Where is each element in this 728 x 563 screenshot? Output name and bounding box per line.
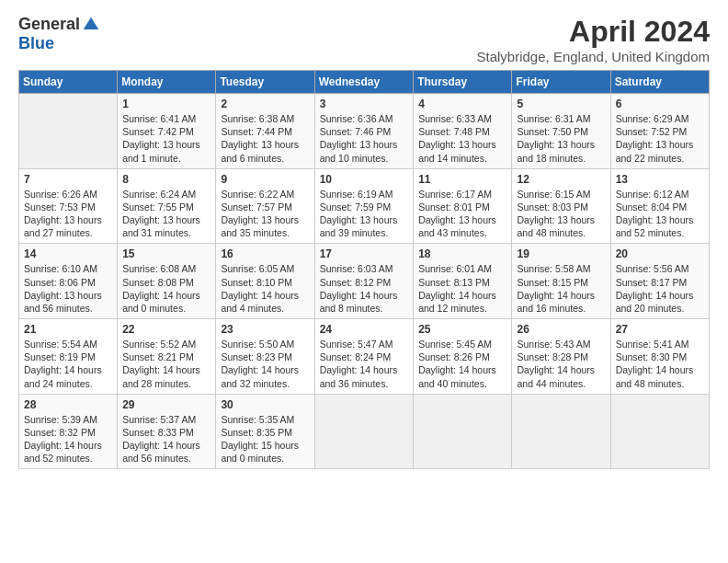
day-number: 6 [616, 98, 704, 110]
header-day-wednesday: Wednesday [314, 71, 414, 94]
calendar-cell: 23Sunrise: 5:50 AM Sunset: 8:23 PM Dayli… [216, 319, 314, 395]
day-content: Sunrise: 6:24 AM Sunset: 7:55 PM Dayligh… [122, 188, 210, 240]
day-content: Sunrise: 5:54 AM Sunset: 8:19 PM Dayligh… [24, 338, 112, 390]
logo-general-text: General [18, 15, 80, 34]
week-row-1: 1Sunrise: 6:41 AM Sunset: 7:42 PM Daylig… [19, 94, 710, 169]
calendar-cell: 8Sunrise: 6:24 AM Sunset: 7:55 PM Daylig… [118, 168, 216, 244]
calendar-cell [19, 94, 118, 169]
day-content: Sunrise: 6:31 AM Sunset: 7:50 PM Dayligh… [517, 112, 605, 165]
day-content: Sunrise: 5:39 AM Sunset: 8:32 PM Dayligh… [24, 413, 112, 465]
day-number: 10 [320, 173, 409, 186]
calendar-cell: 13Sunrise: 6:12 AM Sunset: 8:04 PM Dayli… [610, 168, 709, 244]
header-day-friday: Friday [512, 71, 610, 94]
day-number: 17 [320, 247, 409, 260]
day-number: 4 [418, 98, 506, 110]
calendar-cell: 2Sunrise: 6:38 AM Sunset: 7:44 PM Daylig… [216, 94, 314, 169]
page-header: General Blue April 2024 Stalybridge, Eng… [18, 15, 710, 64]
calendar-cell: 12Sunrise: 6:15 AM Sunset: 8:03 PM Dayli… [512, 168, 610, 244]
header-day-tuesday: Tuesday [216, 71, 314, 94]
day-content: Sunrise: 5:41 AM Sunset: 8:30 PM Dayligh… [616, 338, 704, 390]
day-number: 29 [122, 398, 210, 411]
day-number: 20 [616, 247, 704, 260]
day-content: Sunrise: 6:17 AM Sunset: 8:01 PM Dayligh… [418, 188, 506, 240]
day-content: Sunrise: 5:43 AM Sunset: 8:28 PM Dayligh… [517, 338, 605, 390]
week-row-3: 14Sunrise: 6:10 AM Sunset: 8:06 PM Dayli… [19, 244, 710, 319]
calendar-cell: 27Sunrise: 5:41 AM Sunset: 8:30 PM Dayli… [610, 319, 709, 395]
calendar-cell: 22Sunrise: 5:52 AM Sunset: 8:21 PM Dayli… [118, 319, 216, 395]
day-content: Sunrise: 6:33 AM Sunset: 7:48 PM Dayligh… [418, 112, 506, 165]
day-content: Sunrise: 5:35 AM Sunset: 8:35 PM Dayligh… [221, 413, 309, 465]
calendar-cell: 6Sunrise: 6:29 AM Sunset: 7:52 PM Daylig… [610, 94, 709, 169]
day-number: 7 [24, 173, 112, 186]
day-number: 2 [221, 98, 309, 110]
day-content: Sunrise: 5:37 AM Sunset: 8:33 PM Dayligh… [122, 413, 210, 465]
calendar-cell: 4Sunrise: 6:33 AM Sunset: 7:48 PM Daylig… [414, 94, 512, 169]
day-content: Sunrise: 5:47 AM Sunset: 8:24 PM Dayligh… [320, 338, 409, 390]
day-content: Sunrise: 5:56 AM Sunset: 8:17 PM Dayligh… [616, 262, 704, 315]
header-row: SundayMondayTuesdayWednesdayThursdayFrid… [19, 71, 710, 94]
calendar-cell: 25Sunrise: 5:45 AM Sunset: 8:26 PM Dayli… [414, 319, 512, 395]
day-number: 24 [320, 323, 409, 336]
calendar-table: SundayMondayTuesdayWednesdayThursdayFrid… [18, 70, 710, 469]
day-number: 18 [418, 247, 506, 260]
calendar-cell: 24Sunrise: 5:47 AM Sunset: 8:24 PM Dayli… [314, 319, 414, 395]
calendar-cell: 18Sunrise: 6:01 AM Sunset: 8:13 PM Dayli… [414, 244, 512, 319]
calendar-cell: 17Sunrise: 6:03 AM Sunset: 8:12 PM Dayli… [314, 244, 414, 319]
day-content: Sunrise: 6:10 AM Sunset: 8:06 PM Dayligh… [24, 262, 112, 315]
day-content: Sunrise: 5:50 AM Sunset: 8:23 PM Dayligh… [221, 338, 309, 390]
day-content: Sunrise: 5:45 AM Sunset: 8:26 PM Dayligh… [418, 338, 506, 390]
calendar-cell [512, 394, 610, 469]
day-number: 21 [24, 323, 112, 336]
day-content: Sunrise: 6:05 AM Sunset: 8:10 PM Dayligh… [221, 262, 309, 315]
week-row-2: 7Sunrise: 6:26 AM Sunset: 7:53 PM Daylig… [19, 168, 710, 244]
week-row-5: 28Sunrise: 5:39 AM Sunset: 8:32 PM Dayli… [19, 394, 710, 469]
header-day-sunday: Sunday [19, 71, 118, 94]
header-day-monday: Monday [118, 71, 216, 94]
header-day-thursday: Thursday [414, 71, 512, 94]
day-number: 8 [122, 173, 210, 186]
day-content: Sunrise: 6:36 AM Sunset: 7:46 PM Dayligh… [320, 112, 409, 165]
day-content: Sunrise: 6:26 AM Sunset: 7:53 PM Dayligh… [24, 188, 112, 240]
month-year-title: April 2024 [477, 15, 711, 49]
day-number: 9 [221, 173, 309, 186]
calendar-cell: 5Sunrise: 6:31 AM Sunset: 7:50 PM Daylig… [512, 94, 610, 169]
day-content: Sunrise: 6:38 AM Sunset: 7:44 PM Dayligh… [221, 112, 309, 165]
calendar-cell: 7Sunrise: 6:26 AM Sunset: 7:53 PM Daylig… [19, 168, 118, 244]
day-number: 28 [24, 398, 112, 411]
logo: General Blue [18, 15, 100, 53]
day-number: 22 [122, 323, 210, 336]
day-content: Sunrise: 6:29 AM Sunset: 7:52 PM Dayligh… [616, 112, 704, 165]
day-number: 27 [616, 323, 704, 336]
svg-marker-0 [84, 17, 99, 29]
calendar-cell: 19Sunrise: 5:58 AM Sunset: 8:15 PM Dayli… [512, 244, 610, 319]
day-content: Sunrise: 5:52 AM Sunset: 8:21 PM Dayligh… [122, 338, 210, 390]
day-number: 16 [221, 247, 309, 260]
calendar-cell: 3Sunrise: 6:36 AM Sunset: 7:46 PM Daylig… [314, 94, 414, 169]
day-number: 1 [122, 98, 210, 110]
calendar-cell: 14Sunrise: 6:10 AM Sunset: 8:06 PM Dayli… [19, 244, 118, 319]
week-row-4: 21Sunrise: 5:54 AM Sunset: 8:19 PM Dayli… [19, 319, 710, 395]
day-content: Sunrise: 6:12 AM Sunset: 8:04 PM Dayligh… [616, 188, 704, 240]
calendar-cell: 9Sunrise: 6:22 AM Sunset: 7:57 PM Daylig… [216, 168, 314, 244]
calendar-cell: 21Sunrise: 5:54 AM Sunset: 8:19 PM Dayli… [19, 319, 118, 395]
calendar-cell: 20Sunrise: 5:56 AM Sunset: 8:17 PM Dayli… [610, 244, 709, 319]
calendar-cell: 26Sunrise: 5:43 AM Sunset: 8:28 PM Dayli… [512, 319, 610, 395]
day-number: 3 [320, 98, 409, 110]
location-subtitle: Stalybridge, England, United Kingdom [477, 49, 711, 64]
calendar-cell: 15Sunrise: 6:08 AM Sunset: 8:08 PM Dayli… [118, 244, 216, 319]
title-block: April 2024 Stalybridge, England, United … [477, 15, 711, 64]
header-day-saturday: Saturday [610, 71, 709, 94]
calendar-cell: 28Sunrise: 5:39 AM Sunset: 8:32 PM Dayli… [19, 394, 118, 469]
calendar-cell [314, 394, 414, 469]
day-number: 12 [517, 173, 605, 186]
day-number: 26 [517, 323, 605, 336]
day-content: Sunrise: 6:22 AM Sunset: 7:57 PM Dayligh… [221, 188, 309, 240]
day-content: Sunrise: 6:19 AM Sunset: 7:59 PM Dayligh… [320, 188, 409, 240]
day-number: 11 [418, 173, 506, 186]
day-content: Sunrise: 6:08 AM Sunset: 8:08 PM Dayligh… [122, 262, 210, 315]
day-number: 14 [24, 247, 112, 260]
day-number: 30 [221, 398, 309, 411]
day-content: Sunrise: 6:01 AM Sunset: 8:13 PM Dayligh… [418, 262, 506, 315]
day-number: 15 [122, 247, 210, 260]
day-number: 5 [517, 98, 605, 110]
